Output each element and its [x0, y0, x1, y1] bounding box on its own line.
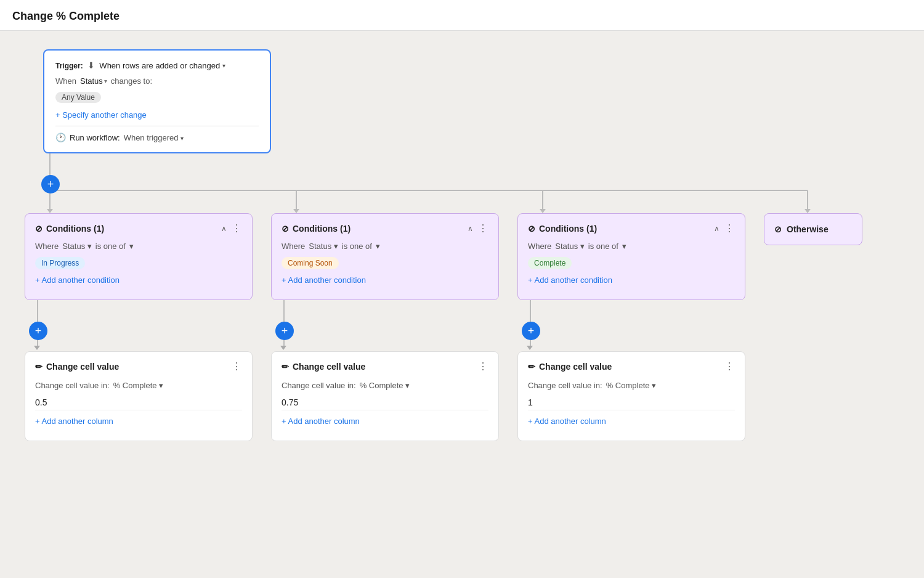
operator-label-1: is one of	[95, 242, 126, 251]
action-value-2: 0.75	[282, 395, 488, 410]
operator-chevron-1: ▾	[129, 242, 134, 251]
action-card-2: ✏ Change cell value ⋮ Change cell value …	[271, 351, 499, 441]
add-column-link-2[interactable]: + Add another column	[282, 417, 488, 426]
changes-to-label: changes to:	[111, 76, 152, 86]
status-field-chip[interactable]: Status ▾	[80, 76, 107, 86]
any-value-badge: Any Value	[55, 92, 101, 103]
when-label: When	[55, 76, 76, 86]
collapse-conditions-3[interactable]: ∧	[714, 224, 719, 233]
action-field-chip-3[interactable]: % Complete ▾	[606, 381, 656, 390]
trigger-key-label: Trigger:	[55, 62, 83, 70]
trigger-when-rows-label: When rows are added or changed	[99, 61, 220, 70]
add-column-link-1[interactable]: + Add another column	[35, 417, 242, 426]
where-label-2: Where	[282, 242, 305, 251]
filter-icon-2: ⊘	[282, 224, 289, 234]
action-title-1: ✏ Change cell value	[35, 362, 119, 372]
field-chevron-2: ▾	[334, 242, 338, 251]
page-title: Change % Complete	[0, 0, 924, 31]
filter-icon-1: ⊘	[35, 224, 43, 234]
action-menu-1[interactable]: ⋮	[232, 360, 242, 372]
status-chevron: ▾	[104, 78, 107, 84]
operator-chevron-2: ▾	[376, 242, 380, 251]
status-badge-1: In Progress	[35, 257, 85, 269]
status-badge-2: Coming Soon	[282, 257, 339, 269]
plus-icon-b2: +	[282, 325, 288, 338]
action-value-1: 0.5	[35, 395, 242, 410]
action-field-chip-1[interactable]: % Complete ▾	[113, 381, 163, 390]
pencil-icon-2: ✏	[282, 362, 289, 372]
status-badge-3: Complete	[528, 257, 572, 269]
conditions-card-1: ⊘ Conditions (1) ∧ ⋮ Where Status ▾	[25, 213, 253, 300]
operator-label-2: is one of	[342, 242, 372, 251]
action-card-3: ✏ Change cell value ⋮ Change cell value …	[517, 351, 745, 441]
add-action-plus-1[interactable]: +	[29, 322, 47, 340]
filter-icon-3: ⊘	[528, 224, 535, 234]
field-chip-3[interactable]: Status ▾	[555, 242, 584, 251]
conditions-title-3: ⊘ Conditions (1)	[528, 224, 597, 234]
add-condition-link-2[interactable]: + Add another condition	[282, 275, 488, 285]
add-condition-link-3[interactable]: + Add another condition	[528, 275, 735, 285]
action-menu-3[interactable]: ⋮	[724, 360, 735, 372]
when-triggered-chip[interactable]: When triggered ▾	[124, 133, 184, 142]
action-title-3: ✏ Change cell value	[528, 362, 612, 372]
add-condition-link-1[interactable]: + Add another condition	[35, 275, 242, 285]
otherwise-filter-icon: ⊘	[774, 224, 782, 234]
add-action-plus-2[interactable]: +	[275, 322, 294, 340]
otherwise-label: Otherwise	[787, 224, 829, 234]
field-chevron-1: ▾	[87, 242, 92, 251]
field-chip-2[interactable]: Status ▾	[309, 242, 338, 251]
branch-1: ⊘ Conditions (1) ∧ ⋮ Where Status ▾	[25, 213, 253, 441]
conditions-card-2: ⊘ Conditions (1) ∧ ⋮ Where Status ▾	[271, 213, 499, 300]
conditions-menu-1[interactable]: ⋮	[232, 222, 242, 234]
run-workflow-label: Run workflow:	[70, 133, 120, 142]
plus-icon: +	[47, 178, 54, 191]
add-action-plus-3[interactable]: +	[522, 322, 540, 340]
conditions-menu-3[interactable]: ⋮	[724, 222, 735, 234]
action-menu-2[interactable]: ⋮	[478, 360, 488, 372]
action-label-2: Change cell value in:	[282, 381, 356, 390]
conditions-card-3: ⊘ Conditions (1) ∧ ⋮ Where Status ▾	[517, 213, 745, 300]
branch-3: ⊘ Conditions (1) ∧ ⋮ Where Status ▾	[517, 213, 745, 441]
where-label-3: Where	[528, 242, 551, 251]
where-label-1: Where	[35, 242, 59, 251]
conditions-title-2: ⊘ Conditions (1)	[282, 224, 351, 234]
pencil-icon-1: ✏	[35, 362, 43, 372]
conditions-title-1: ⊘ Conditions (1)	[35, 224, 104, 234]
operator-label-3: is one of	[588, 242, 618, 251]
field-chevron-3: ▾	[580, 242, 585, 251]
branch-2: ⊘ Conditions (1) ∧ ⋮ Where Status ▾	[271, 213, 499, 441]
specify-another-change-link[interactable]: + Specify another change	[55, 110, 259, 120]
action-label-3: Change cell value in:	[528, 381, 602, 390]
add-branch-plus-button[interactable]: +	[41, 175, 60, 193]
field-chip-1[interactable]: Status ▾	[62, 242, 91, 251]
run-chevron: ▾	[180, 135, 184, 142]
collapse-conditions-1[interactable]: ∧	[221, 224, 227, 233]
branch-otherwise: ⊘ Otherwise	[764, 213, 862, 245]
add-column-link-3[interactable]: + Add another column	[528, 417, 735, 426]
plus-icon-b3: +	[528, 325, 535, 338]
action-field-chip-2[interactable]: % Complete ▾	[360, 381, 410, 390]
action-label-1: Change cell value in:	[35, 381, 110, 390]
action-card-1: ✏ Change cell value ⋮ Change cell value …	[25, 351, 253, 441]
action-value-3: 1	[528, 395, 735, 410]
otherwise-card: ⊘ Otherwise	[764, 213, 862, 245]
trigger-chevron: ▾	[222, 62, 225, 69]
operator-chevron-3: ▾	[622, 242, 626, 251]
trigger-dropdown[interactable]: When rows are added or changed ▾	[99, 61, 225, 70]
clock-icon: 🕐	[55, 132, 66, 142]
plus-icon-b1: +	[35, 325, 42, 338]
trigger-icon: ⬇	[87, 60, 95, 70]
conditions-menu-2[interactable]: ⋮	[478, 222, 488, 234]
trigger-card: Trigger: ⬇ When rows are added or change…	[43, 49, 271, 153]
action-title-2: ✏ Change cell value	[282, 362, 365, 372]
collapse-conditions-2[interactable]: ∧	[468, 224, 473, 233]
pencil-icon-3: ✏	[528, 362, 535, 372]
